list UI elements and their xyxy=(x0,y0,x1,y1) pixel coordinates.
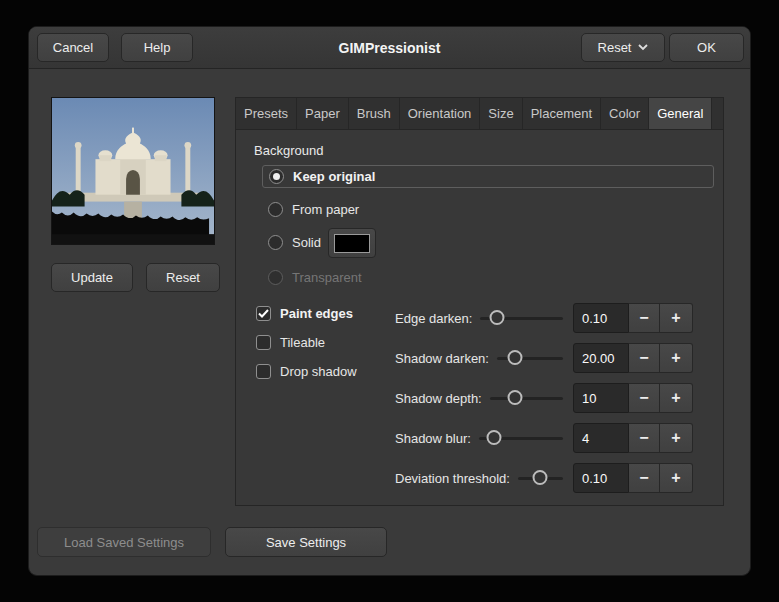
header-bar: GIMPressionist Cancel Help Reset OK xyxy=(29,27,750,69)
drop-shadow-checkbox-box xyxy=(256,364,271,379)
minus-button[interactable]: − xyxy=(629,343,660,373)
radio-keep-original-label: Keep original xyxy=(293,169,375,184)
tab-orientation[interactable]: Orientation xyxy=(400,98,481,129)
minus-button[interactable]: − xyxy=(629,303,660,333)
plus-button[interactable]: + xyxy=(660,383,693,413)
checkbox-tileable[interactable]: Tileable xyxy=(256,331,325,353)
param-row-shadow-depth: Shadow depth: 10 − + xyxy=(395,383,693,413)
shadow-darken-slider[interactable] xyxy=(497,350,563,366)
slider-trough xyxy=(490,397,563,400)
param-row-shadow-blur: Shadow blur: 4 − + xyxy=(395,423,693,453)
param-row-shadow-darken: Shadow darken: 20.00 − + xyxy=(395,343,693,373)
radio-transparent-label: Transparent xyxy=(292,270,362,285)
minus-button[interactable]: − xyxy=(629,463,660,493)
param-row-deviation-threshold: Deviation threshold: 0.10 − + xyxy=(395,463,693,493)
slider-knob[interactable] xyxy=(508,390,523,405)
tab-presets[interactable]: Presets xyxy=(236,98,297,129)
checkbox-drop-shadow[interactable]: Drop shadow xyxy=(256,360,357,382)
shadow-blur-spinner: 4 − + xyxy=(573,423,693,453)
edge-darken-label: Edge darken: xyxy=(395,311,472,326)
preview-image xyxy=(51,97,215,245)
radio-dot-keep-original xyxy=(269,169,284,184)
edge-darken-value[interactable]: 0.10 xyxy=(573,303,629,333)
tileable-label: Tileable xyxy=(280,335,325,350)
slider-knob[interactable] xyxy=(533,470,548,485)
radio-from-paper-label: From paper xyxy=(292,202,359,217)
reset-menu-button[interactable]: Reset xyxy=(581,33,665,62)
reset-menu-label: Reset xyxy=(598,40,632,55)
radio-dot-solid xyxy=(268,235,283,250)
reset-preview-button[interactable]: Reset xyxy=(146,263,220,292)
tab-color[interactable]: Color xyxy=(601,98,649,129)
paint-edges-label: Paint edges xyxy=(280,306,353,321)
solid-color-button[interactable] xyxy=(328,228,376,258)
cancel-button[interactable]: Cancel xyxy=(37,33,109,62)
background-heading: Background xyxy=(254,143,323,158)
tab-general[interactable]: General xyxy=(649,98,712,129)
shadow-depth-spinner: 10 − + xyxy=(573,383,693,413)
radio-transparent: Transparent xyxy=(268,266,362,288)
deviation-threshold-label: Deviation threshold: xyxy=(395,471,510,486)
minus-button[interactable]: − xyxy=(629,423,660,453)
plus-button[interactable]: + xyxy=(660,423,693,453)
edge-darken-spinner: 0.10 − + xyxy=(573,303,693,333)
shadow-darken-spinner: 20.00 − + xyxy=(573,343,693,373)
plus-button[interactable]: + xyxy=(660,303,693,333)
shadow-blur-value[interactable]: 4 xyxy=(573,423,629,453)
deviation-threshold-slider[interactable] xyxy=(518,470,563,486)
slider-trough xyxy=(497,357,563,360)
tab-bar: Presets Paper Brush Orientation Size Pla… xyxy=(236,98,723,130)
deviation-threshold-spinner: 0.10 − + xyxy=(573,463,693,493)
radio-solid-label: Solid xyxy=(292,235,321,250)
shadow-depth-slider[interactable] xyxy=(490,390,563,406)
tab-brush[interactable]: Brush xyxy=(349,98,400,129)
tab-size[interactable]: Size xyxy=(480,98,522,129)
update-preview-button[interactable]: Update xyxy=(51,263,133,292)
shadow-depth-value[interactable]: 10 xyxy=(573,383,629,413)
deviation-threshold-value[interactable]: 0.10 xyxy=(573,463,629,493)
solid-color-swatch xyxy=(334,234,370,253)
radio-dot-transparent xyxy=(268,270,283,285)
shadow-blur-label: Shadow blur: xyxy=(395,431,471,446)
load-saved-settings-button: Load Saved Settings xyxy=(37,527,211,557)
shadow-depth-label: Shadow depth: xyxy=(395,391,482,406)
slider-knob[interactable] xyxy=(487,430,502,445)
radio-dot-from-paper xyxy=(268,202,283,217)
check-icon xyxy=(258,309,269,318)
radio-from-paper[interactable]: From paper xyxy=(268,198,359,220)
settings-notebook: Presets Paper Brush Orientation Size Pla… xyxy=(235,97,724,506)
param-row-edge-darken: Edge darken: 0.10 − + xyxy=(395,303,693,333)
help-button[interactable]: Help xyxy=(121,33,193,62)
minus-button[interactable]: − xyxy=(629,383,660,413)
shadow-blur-slider[interactable] xyxy=(479,430,563,446)
ok-button[interactable]: OK xyxy=(669,33,744,62)
paint-edges-checkbox-box xyxy=(256,306,271,321)
checkbox-paint-edges[interactable]: Paint edges xyxy=(256,302,353,324)
chevron-down-icon xyxy=(638,44,648,51)
plus-button[interactable]: + xyxy=(660,343,693,373)
slider-knob[interactable] xyxy=(508,350,523,365)
plus-button[interactable]: + xyxy=(660,463,693,493)
drop-shadow-label: Drop shadow xyxy=(280,364,357,379)
slider-knob[interactable] xyxy=(489,310,504,325)
radio-keep-original[interactable]: Keep original xyxy=(262,165,714,188)
save-settings-button[interactable]: Save Settings xyxy=(225,527,387,557)
shadow-darken-value[interactable]: 20.00 xyxy=(573,343,629,373)
tab-paper[interactable]: Paper xyxy=(297,98,349,129)
tileable-checkbox-box xyxy=(256,335,271,350)
edge-darken-slider[interactable] xyxy=(480,310,563,326)
radio-solid[interactable]: Solid xyxy=(268,231,321,253)
gimpressionist-dialog: GIMPressionist Cancel Help Reset OK xyxy=(28,26,751,576)
tab-placement[interactable]: Placement xyxy=(523,98,601,129)
shadow-darken-label: Shadow darken: xyxy=(395,351,489,366)
